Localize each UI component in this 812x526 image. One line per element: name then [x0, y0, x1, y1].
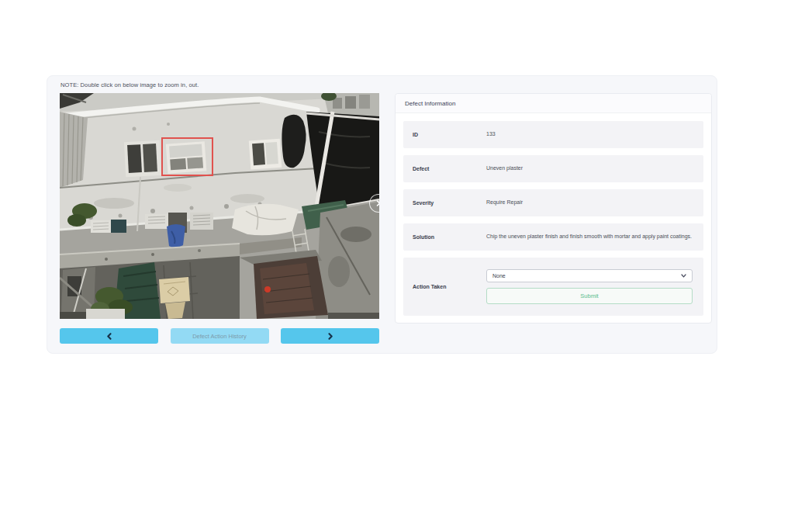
window-right	[249, 139, 282, 170]
action-taken-controls: None Submit	[486, 269, 703, 304]
submit-button[interactable]: Submit	[486, 288, 693, 304]
row-solution: Solution Chip the uneven plaster finish …	[403, 223, 703, 251]
row-id: ID 133	[403, 121, 703, 148]
prev-defect-button[interactable]	[60, 328, 158, 344]
window-annotated	[166, 141, 207, 173]
chevron-right-icon	[327, 333, 333, 340]
defect-viewer-card: NOTE: Double click on below image to zoo…	[47, 75, 717, 354]
building-photo[interactable]	[60, 93, 379, 319]
row-solution-value: Chip the uneven plaster finish and finis…	[486, 233, 703, 241]
building-photo-scene	[60, 93, 379, 319]
zoom-note: NOTE: Double click on below image to zoo…	[60, 81, 199, 88]
row-severity-label: Severity	[403, 200, 486, 206]
defect-information-panel: Defect Information ID 133 Defect Uneven …	[395, 93, 712, 324]
row-defect: Defect Uneven plaster	[403, 155, 703, 182]
brown-roof	[254, 256, 328, 319]
row-defect-label: Defect	[403, 166, 486, 171]
white-tarp	[232, 204, 299, 235]
window-left	[124, 140, 161, 177]
row-severity: Severity Require Repair	[403, 189, 703, 216]
row-defect-value: Uneven plaster	[486, 164, 703, 173]
chevron-right-icon	[375, 200, 379, 206]
panel-title: Defect Information	[396, 94, 711, 113]
defect-action-history-button[interactable]: Defect Action History	[171, 328, 269, 344]
chevron-down-icon	[681, 274, 686, 278]
action-taken-label: Action Taken	[403, 284, 486, 289]
red-marker-dot	[264, 286, 271, 292]
row-severity-value: Require Repair	[486, 199, 703, 207]
next-defect-button[interactable]	[281, 328, 379, 344]
row-id-value: 133	[486, 130, 703, 139]
chevron-left-icon	[106, 333, 112, 340]
viewer-navigation: Defect Action History	[60, 328, 379, 344]
row-solution-label: Solution	[403, 234, 486, 240]
blue-tarp	[167, 224, 185, 247]
defect-detail-rows: ID 133 Defect Uneven plaster Severity Re…	[396, 113, 711, 324]
row-id-label: ID	[403, 132, 486, 137]
action-taken-select[interactable]: None	[486, 269, 693, 282]
row-action-taken: Action Taken None Submit	[403, 258, 703, 316]
action-taken-selected-value: None	[492, 273, 506, 279]
